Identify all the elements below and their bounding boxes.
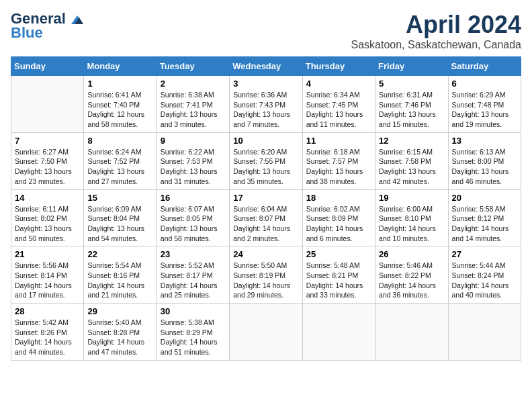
day-number: 28	[15, 306, 80, 316]
day-info: Sunrise: 6:09 AM Sunset: 8:04 PM Dayligh…	[87, 204, 152, 244]
title-area: April 2024 Saskatoon, Saskatchewan, Cana…	[351, 11, 522, 51]
day-number: 22	[87, 249, 152, 259]
calendar-cell	[375, 304, 448, 361]
logo-blue: Blue	[11, 24, 43, 42]
calendar-cell: 17Sunrise: 6:04 AM Sunset: 8:07 PM Dayli…	[230, 189, 302, 246]
day-info: Sunrise: 5:46 AM Sunset: 8:22 PM Dayligh…	[379, 261, 444, 300]
weekday-header-tuesday: Tuesday	[157, 57, 229, 76]
calendar-cell: 21Sunrise: 5:56 AM Sunset: 8:14 PM Dayli…	[11, 246, 84, 304]
day-info: Sunrise: 6:15 AM Sunset: 7:58 PM Dayligh…	[379, 147, 444, 187]
day-info: Sunrise: 6:04 AM Sunset: 8:07 PM Dayligh…	[233, 204, 298, 244]
calendar-cell: 18Sunrise: 6:02 AM Sunset: 8:09 PM Dayli…	[302, 189, 375, 246]
calendar-cell	[11, 76, 84, 133]
calendar-cell	[448, 304, 521, 361]
calendar-cell: 8Sunrise: 6:24 AM Sunset: 7:52 PM Daylig…	[84, 132, 157, 189]
calendar-cell: 27Sunrise: 5:44 AM Sunset: 8:24 PM Dayli…	[448, 246, 521, 304]
calendar-cell: 2Sunrise: 6:38 AM Sunset: 7:41 PM Daylig…	[157, 76, 229, 133]
calendar-cell: 1Sunrise: 6:41 AM Sunset: 7:40 PM Daylig…	[84, 76, 157, 133]
calendar-cell: 30Sunrise: 5:38 AM Sunset: 8:29 PM Dayli…	[157, 304, 229, 361]
calendar-table: SundayMondayTuesdayWednesdayThursdayFrid…	[11, 56, 521, 361]
day-info: Sunrise: 6:07 AM Sunset: 8:05 PM Dayligh…	[161, 204, 226, 244]
day-info: Sunrise: 6:27 AM Sunset: 7:50 PM Dayligh…	[15, 147, 80, 187]
weekday-header-thursday: Thursday	[302, 57, 375, 76]
weekday-header-saturday: Saturday	[448, 57, 521, 76]
calendar-cell: 23Sunrise: 5:52 AM Sunset: 8:17 PM Dayli…	[157, 246, 229, 304]
month-title: April 2024	[351, 11, 522, 39]
day-info: Sunrise: 6:24 AM Sunset: 7:52 PM Dayligh…	[87, 147, 152, 187]
weekday-header-row: SundayMondayTuesdayWednesdayThursdayFrid…	[11, 57, 521, 76]
calendar-cell: 4Sunrise: 6:34 AM Sunset: 7:45 PM Daylig…	[302, 76, 375, 133]
calendar-cell: 10Sunrise: 6:20 AM Sunset: 7:55 PM Dayli…	[230, 132, 302, 189]
calendar-cell: 22Sunrise: 5:54 AM Sunset: 8:16 PM Dayli…	[84, 246, 157, 304]
day-info: Sunrise: 6:22 AM Sunset: 7:53 PM Dayligh…	[161, 147, 226, 187]
day-number: 12	[379, 136, 444, 146]
day-number: 18	[306, 193, 371, 203]
day-number: 2	[161, 79, 226, 89]
calendar-cell: 24Sunrise: 5:50 AM Sunset: 8:19 PM Dayli…	[230, 246, 302, 304]
day-info: Sunrise: 6:11 AM Sunset: 8:02 PM Dayligh…	[15, 204, 80, 244]
day-number: 24	[233, 249, 298, 259]
calendar-week-1: 1Sunrise: 6:41 AM Sunset: 7:40 PM Daylig…	[11, 76, 521, 133]
logo: General Blue	[11, 11, 83, 42]
weekday-header-friday: Friday	[375, 57, 448, 76]
calendar-week-4: 21Sunrise: 5:56 AM Sunset: 8:14 PM Dayli…	[11, 246, 521, 304]
day-info: Sunrise: 5:56 AM Sunset: 8:14 PM Dayligh…	[15, 261, 80, 300]
calendar-cell	[302, 304, 375, 361]
day-info: Sunrise: 6:41 AM Sunset: 7:40 PM Dayligh…	[87, 90, 152, 130]
day-info: Sunrise: 6:38 AM Sunset: 7:41 PM Dayligh…	[161, 90, 226, 130]
day-number: 23	[161, 249, 226, 259]
day-number: 14	[15, 193, 80, 203]
day-info: Sunrise: 5:54 AM Sunset: 8:16 PM Dayligh…	[87, 261, 152, 300]
day-number: 10	[233, 136, 298, 146]
calendar-cell: 13Sunrise: 6:13 AM Sunset: 8:00 PM Dayli…	[448, 132, 521, 189]
weekday-header-sunday: Sunday	[11, 57, 84, 76]
day-info: Sunrise: 5:42 AM Sunset: 8:26 PM Dayligh…	[15, 318, 80, 357]
day-info: Sunrise: 6:02 AM Sunset: 8:09 PM Dayligh…	[306, 204, 371, 244]
location-title: Saskatoon, Saskatchewan, Canada	[351, 39, 522, 51]
weekday-header-wednesday: Wednesday	[230, 57, 302, 76]
page-header: General Blue April 2024 Saskatoon, Saska…	[11, 11, 521, 51]
day-number: 15	[87, 193, 152, 203]
calendar-cell: 9Sunrise: 6:22 AM Sunset: 7:53 PM Daylig…	[157, 132, 229, 189]
calendar-cell: 14Sunrise: 6:11 AM Sunset: 8:02 PM Dayli…	[11, 189, 84, 246]
day-number: 29	[87, 306, 152, 316]
calendar-cell: 20Sunrise: 5:58 AM Sunset: 8:12 PM Dayli…	[448, 189, 521, 246]
day-number: 20	[452, 193, 517, 203]
day-info: Sunrise: 5:58 AM Sunset: 8:12 PM Dayligh…	[452, 204, 517, 244]
day-info: Sunrise: 6:18 AM Sunset: 7:57 PM Dayligh…	[306, 147, 371, 187]
calendar-cell: 25Sunrise: 5:48 AM Sunset: 8:21 PM Dayli…	[302, 246, 375, 304]
calendar-cell: 3Sunrise: 6:36 AM Sunset: 7:43 PM Daylig…	[230, 76, 302, 133]
day-info: Sunrise: 6:13 AM Sunset: 8:00 PM Dayligh…	[452, 147, 517, 187]
calendar-cell: 19Sunrise: 6:00 AM Sunset: 8:10 PM Dayli…	[375, 189, 448, 246]
day-info: Sunrise: 5:44 AM Sunset: 8:24 PM Dayligh…	[452, 261, 517, 300]
day-number: 19	[379, 193, 444, 203]
day-number: 30	[161, 306, 226, 316]
day-info: Sunrise: 5:52 AM Sunset: 8:17 PM Dayligh…	[161, 261, 226, 300]
day-number: 16	[161, 193, 226, 203]
calendar-cell: 28Sunrise: 5:42 AM Sunset: 8:26 PM Dayli…	[11, 304, 84, 361]
day-number: 17	[233, 193, 298, 203]
day-number: 21	[15, 249, 80, 259]
day-number: 5	[379, 79, 444, 89]
calendar-cell: 15Sunrise: 6:09 AM Sunset: 8:04 PM Dayli…	[84, 189, 157, 246]
day-info: Sunrise: 5:48 AM Sunset: 8:21 PM Dayligh…	[306, 261, 371, 300]
calendar-cell: 16Sunrise: 6:07 AM Sunset: 8:05 PM Dayli…	[157, 189, 229, 246]
day-info: Sunrise: 5:40 AM Sunset: 8:28 PM Dayligh…	[87, 318, 152, 357]
day-number: 3	[233, 79, 298, 89]
calendar-cell: 26Sunrise: 5:46 AM Sunset: 8:22 PM Dayli…	[375, 246, 448, 304]
day-number: 26	[379, 249, 444, 259]
day-number: 27	[452, 249, 517, 259]
calendar-cell: 12Sunrise: 6:15 AM Sunset: 7:58 PM Dayli…	[375, 132, 448, 189]
calendar-cell: 7Sunrise: 6:27 AM Sunset: 7:50 PM Daylig…	[11, 132, 84, 189]
calendar-cell	[230, 304, 302, 361]
calendar-cell: 29Sunrise: 5:40 AM Sunset: 8:28 PM Dayli…	[84, 304, 157, 361]
calendar-week-3: 14Sunrise: 6:11 AM Sunset: 8:02 PM Dayli…	[11, 189, 521, 246]
day-number: 11	[306, 136, 371, 146]
day-number: 25	[306, 249, 371, 259]
day-info: Sunrise: 6:29 AM Sunset: 7:48 PM Dayligh…	[452, 90, 517, 130]
calendar-cell: 5Sunrise: 6:31 AM Sunset: 7:46 PM Daylig…	[375, 76, 448, 133]
calendar-cell: 11Sunrise: 6:18 AM Sunset: 7:57 PM Dayli…	[302, 132, 375, 189]
day-number: 8	[87, 136, 152, 146]
day-info: Sunrise: 6:34 AM Sunset: 7:45 PM Dayligh…	[306, 90, 371, 130]
logo-icon	[71, 15, 83, 24]
